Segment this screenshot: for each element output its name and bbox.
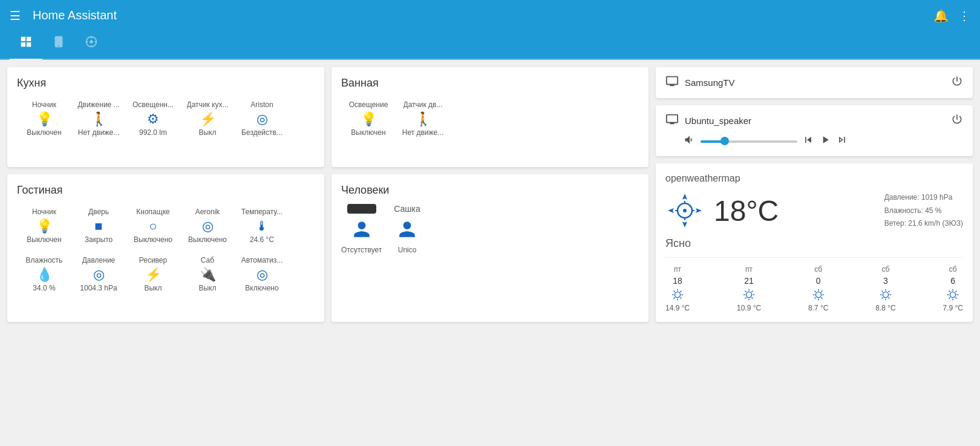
volume-slider[interactable] — [701, 140, 797, 143]
entity-automation[interactable]: Автоматиз... ◎ Включено — [235, 252, 289, 296]
forecast-day-2: сб 0 8.7 °C — [808, 265, 828, 312]
svg-point-46 — [950, 292, 956, 297]
forecast-day-1: пт 21 10.9 °C — [737, 265, 761, 312]
svg-marker-2 — [668, 208, 674, 213]
svg-line-33 — [814, 290, 815, 292]
living-entities-row2: Влажность 💧 34.0 % Давление ◎ 1004.3 hPa… — [17, 252, 315, 296]
main-content: Кухня Ночник 💡 Выключен Движение ... 🚶 Н… — [0, 60, 980, 329]
tv-icon-ubuntu — [665, 113, 679, 129]
ubuntu-speaker-power-button[interactable] — [951, 113, 963, 128]
samsung-tv-row: SamsungTV — [665, 74, 963, 91]
entity-motion-bathroom[interactable]: Датчик дв... 🚶 Нет движе... — [396, 97, 450, 140]
entity-humidity[interactable]: Влажность 💧 34.0 % — [17, 252, 71, 296]
entity-receiver[interactable]: Ресивер ⚡ Выкл — [126, 252, 180, 296]
entity-sub[interactable]: Саб 🔌 Выкл — [180, 252, 235, 296]
header-actions: 🔔 ⋮ — [933, 8, 970, 23]
weather-temperature: 18°C — [714, 194, 779, 228]
entity-motion-kitchen[interactable]: Движение ... 🚶 Нет движе... — [71, 97, 126, 140]
svg-line-17 — [674, 297, 675, 298]
svg-point-37 — [883, 292, 888, 297]
weather-forecast: пт 18 14.9 °C пт 21 10.9 °C сб 0 8.7 °C — [665, 257, 963, 312]
ubuntu-speaker-row: Ubuntu_speaker — [665, 113, 963, 129]
svg-point-19 — [746, 292, 751, 297]
menu-icon[interactable]: ☰ — [10, 10, 21, 22]
svg-line-27 — [752, 290, 753, 292]
entity-aeronik[interactable]: Aeronik ◎ Выключено — [180, 204, 235, 248]
entity-light-bathroom[interactable]: Освещение 💡 Выключен — [341, 97, 396, 140]
entity-nightlight-living[interactable]: Ночник 💡 Выключен — [17, 204, 71, 248]
entity-ariston[interactable]: Ariston ◎ Бездейств... — [235, 97, 289, 140]
samsung-tv-name: SamsungTV — [685, 77, 945, 88]
weather-icon — [665, 191, 704, 230]
entity-pressure[interactable]: Давление ◎ 1004.3 hPa — [71, 252, 126, 296]
bathroom-entities: Освещение 💡 Выключен Датчик дв... 🚶 Нет … — [341, 97, 639, 140]
svg-line-51 — [949, 290, 950, 292]
svg-line-35 — [814, 297, 815, 298]
bathroom-title: Ванная — [341, 77, 639, 90]
person-icon-1 — [352, 220, 371, 243]
weather-main: 18°C — [665, 191, 779, 230]
ubuntu-speaker-name: Ubuntu_speaker — [685, 116, 945, 126]
app-header: ☰ Home Assistant 🔔 ⋮ — [0, 0, 980, 31]
play-button[interactable] — [819, 134, 831, 149]
kitchen-entities: Ночник 💡 Выключен Движение ... 🚶 Нет дви… — [17, 97, 315, 140]
person-avatar-blurred — [347, 204, 376, 214]
entity-door[interactable]: Дверь ■ Закрыто — [71, 204, 126, 248]
person-name-sashka: Сашка — [394, 204, 420, 214]
entity-illuminance[interactable]: Освещенн... ⚙ 992.0 lm — [126, 97, 180, 140]
svg-line-45 — [888, 290, 889, 292]
svg-line-43 — [888, 297, 889, 298]
forecast-day-3: сб 3 8.8 °C — [875, 265, 895, 312]
forecast-icon-4 — [946, 288, 959, 301]
svg-marker-3 — [696, 208, 702, 213]
svg-point-10 — [675, 292, 680, 297]
media-controls — [665, 134, 963, 149]
bell-icon[interactable]: 🔔 — [933, 8, 949, 23]
forecast-day-0: пт 18 14.9 °C — [665, 265, 690, 312]
tv-icon-samsung — [665, 74, 679, 91]
kitchen-card: Кухня Ночник 💡 Выключен Движение ... 🚶 Н… — [7, 67, 324, 167]
weather-condition: Ясно — [665, 237, 963, 250]
svg-line-24 — [745, 290, 746, 292]
svg-line-44 — [881, 297, 883, 298]
weather-details: Давление: 1019 hPa Влажность: 45 % Ветер… — [884, 191, 963, 231]
more-options-icon[interactable]: ⋮ — [958, 8, 970, 23]
person-sashka[interactable]: Сашка Unico — [394, 204, 420, 254]
entity-nightlight[interactable]: Ночник 💡 Выключен — [17, 97, 71, 140]
svg-line-18 — [681, 290, 682, 292]
app-title: Home Assistant — [33, 8, 117, 22]
samsung-tv-card: SamsungTV — [656, 67, 973, 98]
weather-title: openweathermap — [665, 173, 963, 184]
person-unknown[interactable]: Отсутствует — [341, 204, 382, 254]
people-card: Человеки Отсутствует Сашка Unico — [332, 174, 648, 323]
living-room-card: Гостиная Ночник 💡 Выключен Дверь ■ Закры… — [7, 174, 324, 323]
svg-line-34 — [821, 297, 822, 298]
svg-point-9 — [683, 209, 687, 212]
entity-button[interactable]: Кнопащке ○ Выключено — [126, 204, 180, 248]
living-entities-row1: Ночник 💡 Выключен Дверь ■ Закрыто Кнопащ… — [17, 204, 315, 248]
tab-dashboard[interactable] — [10, 28, 42, 60]
skip-back-button[interactable] — [802, 134, 814, 149]
samsung-tv-power-button[interactable] — [951, 75, 963, 90]
forecast-icon-3 — [879, 288, 892, 301]
person-icon-2 — [397, 220, 417, 243]
svg-line-52 — [956, 297, 957, 298]
svg-line-36 — [821, 290, 822, 292]
svg-line-26 — [745, 297, 746, 298]
person-state-2: Unico — [398, 246, 417, 254]
living-title: Гостиная — [17, 184, 315, 197]
entity-sensor-kitchen[interactable]: Датчик кух... ⚡ Выкл — [180, 97, 235, 140]
skip-forward-button[interactable] — [836, 134, 848, 149]
svg-line-53 — [949, 297, 950, 298]
svg-marker-0 — [682, 194, 687, 200]
entity-temperature[interactable]: Температу... 🌡 24.6 °C — [235, 204, 289, 248]
tab-bar — [0, 31, 980, 60]
forecast-icon-1 — [742, 288, 756, 301]
tab-mobile[interactable] — [42, 28, 75, 60]
volume-icon — [684, 134, 696, 149]
tab-network[interactable] — [75, 28, 108, 60]
svg-point-28 — [815, 292, 821, 297]
person-grid: Отсутствует Сашка Unico — [341, 204, 639, 254]
bathroom-card: Ванная Освещение 💡 Выключен Датчик дв...… — [332, 67, 648, 167]
svg-line-25 — [752, 297, 753, 298]
